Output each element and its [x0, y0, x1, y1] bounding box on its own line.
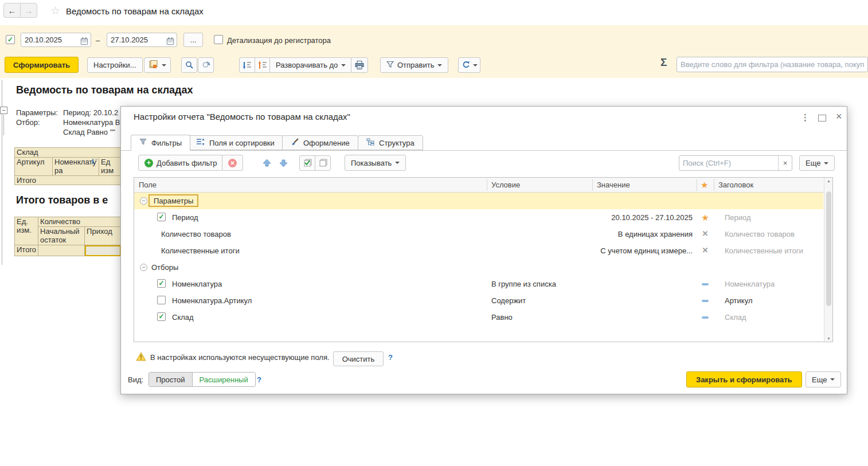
add-filter-button[interactable]: + Добавить фильтр [138, 155, 224, 171]
row-title: Номенклатура [725, 280, 775, 288]
view-advanced-button[interactable]: Расширенный [193, 373, 255, 386]
dialog-search-input[interactable]: Поиск (Ctrl+F) × [679, 155, 792, 171]
favorite-star-icon[interactable]: ☆ [50, 4, 60, 17]
period-enabled-checkbox[interactable]: ✓ [6, 35, 15, 44]
toolbar-more-button[interactable]: Еще [799, 155, 835, 171]
income-header-cell[interactable]: Приход [85, 227, 121, 245]
remove-filter-button[interactable]: ✕ [222, 155, 243, 171]
forward-button[interactable]: → [21, 3, 37, 17]
table-row-qty-totals[interactable]: Количественные итоги С учетом единиц изм… [134, 242, 823, 259]
row-value[interactable]: В единицах хранения [592, 230, 693, 238]
col-field[interactable]: Поле [139, 181, 157, 189]
group-label-focused[interactable]: Параметры [148, 194, 198, 207]
table-row-period[interactable]: ✓ Период 20.10.2025 - 27.10.2025 ★ Перио… [134, 209, 823, 226]
view-help-link[interactable]: ? [257, 375, 261, 384]
begin-balance-cell[interactable]: Начальный остаток [38, 227, 85, 245]
close-icon[interactable]: × [836, 111, 842, 123]
col-title[interactable]: Заголовок [718, 181, 753, 189]
detail-checkbox[interactable] [214, 35, 223, 44]
row-value[interactable]: 20.10.2025 - 27.10.2025 [592, 213, 693, 222]
row-condition[interactable]: Содержит [491, 296, 526, 305]
close-and-generate-button[interactable]: Закрыть и сформировать [686, 371, 802, 387]
nomenclature-header-cell[interactable]: Номенклатура [53, 158, 99, 176]
x-marker-icon[interactable]: ✕ [697, 229, 714, 238]
dash-marker-icon[interactable] [697, 312, 714, 321]
detail-checkbox-label[interactable]: Детализация до регистратора [227, 36, 331, 45]
calendar-icon[interactable] [166, 36, 174, 49]
resend-button[interactable] [458, 57, 480, 73]
row-value[interactable]: С учетом единиц измере... [592, 246, 693, 255]
row-checkbox[interactable]: ✓ [157, 279, 166, 288]
scroll-down-icon[interactable]: ▼ [827, 336, 831, 340]
total2-label-cell[interactable]: Итого [15, 245, 38, 256]
expand-to-button[interactable]: Разворачивать до [269, 57, 352, 73]
row-condition[interactable]: В группе из списка [491, 280, 556, 288]
table-row-nomenclature[interactable]: ✓ Номенклатура В группе из списка Номенк… [134, 276, 823, 292]
scroll-up-icon[interactable]: ▲ [827, 179, 831, 183]
star-marker-icon[interactable]: ★ [697, 213, 714, 223]
uncheck-all-button[interactable] [315, 155, 331, 171]
expand-groups-button[interactable] [255, 57, 271, 73]
scrollbar-thumb[interactable] [826, 191, 831, 306]
tab-structure[interactable]: Структура [358, 135, 423, 150]
grouping-bracket [3, 115, 4, 135]
warning-help-link[interactable]: ? [388, 353, 393, 362]
table-row-group-selections[interactable]: − Отборы [134, 259, 823, 276]
unit-col-cell[interactable]: Ед. изм. [15, 217, 38, 245]
clear-button[interactable]: Очистить [333, 351, 384, 366]
move-up-button[interactable] [259, 155, 275, 171]
table-row-article[interactable]: Номенклатура.Артикул Содержит Артикул [134, 292, 823, 309]
unit-header-cell[interactable]: Ед изм [99, 158, 121, 176]
period-more-button[interactable]: ... [183, 33, 203, 47]
collapse-circle-icon[interactable]: − [140, 264, 147, 271]
tab-filters[interactable]: Фильтры [131, 135, 190, 151]
collapse-groups-button[interactable] [239, 57, 255, 73]
table-row-warehouse[interactable]: ✓ Склад Равно Склад [134, 309, 823, 326]
back-button[interactable]: ← [4, 3, 21, 17]
dialog-menu-icon[interactable]: ⋮ [801, 112, 810, 123]
table-row-qty-goods[interactable]: Количество товаров В единицах хранения ✕… [134, 226, 823, 242]
dash-marker-icon[interactable] [697, 279, 714, 288]
collapse-circle-icon[interactable]: − [140, 197, 147, 205]
sum-sigma-icon[interactable]: Σ [660, 56, 667, 69]
col-condition[interactable]: Условие [491, 181, 520, 189]
empty-cell[interactable] [38, 245, 85, 256]
print-button[interactable] [351, 57, 368, 73]
search-clear-icon[interactable]: × [778, 156, 792, 170]
calendar-icon[interactable] [80, 36, 88, 49]
generate-button[interactable]: Сформировать [5, 57, 79, 73]
row-checkbox[interactable]: ✓ [157, 213, 166, 221]
send-button[interactable]: Отправить [380, 57, 448, 73]
tab-fields-sorting[interactable]: Поля и сортировки [187, 135, 283, 150]
cancel-find-button[interactable] [198, 57, 214, 73]
dash-marker-icon[interactable] [697, 296, 714, 304]
row-condition[interactable]: Равно [491, 313, 513, 322]
col-value[interactable]: Значение [597, 181, 630, 189]
x-marker-icon[interactable]: ✕ [697, 246, 714, 254]
quick-filter-input[interactable] [677, 57, 868, 72]
table-scrollbar[interactable]: ▲ ▼ [824, 178, 832, 342]
table-row-group-parameters[interactable]: − Параметры [134, 193, 823, 209]
find-button[interactable] [181, 57, 197, 73]
col-star-icon[interactable]: ★ [701, 180, 708, 190]
quantity-header-cell[interactable]: Количество [38, 217, 121, 227]
move-down-button[interactable] [276, 155, 291, 171]
row-checkbox-unchecked[interactable] [157, 296, 166, 304]
report-variants-button[interactable] [144, 57, 171, 73]
total-row-cell[interactable]: Итого [15, 176, 121, 185]
collapse-group-icon[interactable]: − [0, 107, 7, 114]
row-checkbox[interactable]: ✓ [157, 312, 166, 321]
report-selection-value1: Номенклатура В [63, 118, 120, 127]
warehouse-header-cell[interactable]: Склад [15, 148, 121, 158]
settings-button[interactable]: Настройки... [87, 57, 143, 73]
article-header-cell[interactable]: Артикул [15, 158, 53, 176]
show-button[interactable]: Показывать [345, 155, 406, 171]
maximize-icon[interactable] [818, 115, 826, 122]
tab-appearance[interactable]: Оформление [282, 135, 358, 150]
check-all-button[interactable] [299, 155, 315, 171]
date-from-field[interactable]: 20.10.2025 [21, 33, 91, 47]
date-to-field[interactable]: 27.10.2025 [107, 33, 177, 47]
view-simple-button[interactable]: Простой [149, 373, 193, 386]
selected-cell[interactable] [85, 245, 121, 256]
footer-more-button[interactable]: Еще [806, 371, 841, 387]
